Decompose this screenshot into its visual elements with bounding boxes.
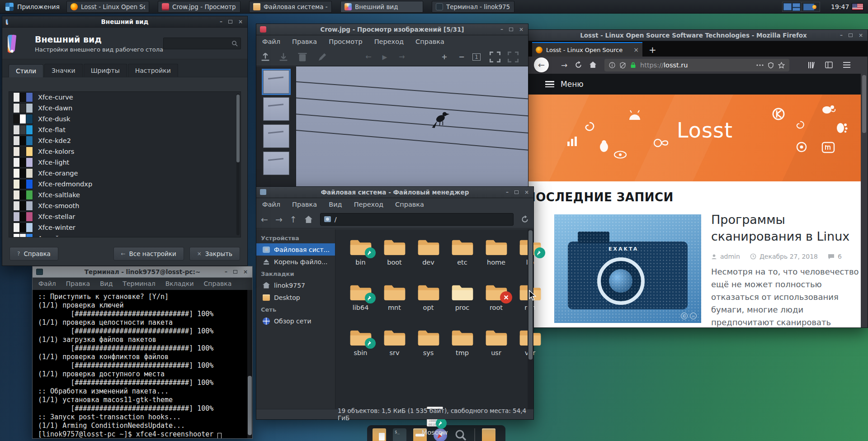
menu-item[interactable]: Вид — [100, 280, 113, 287]
file-manager-window[interactable]: Файловая система - Файловый менеджер –× … — [256, 186, 534, 420]
back-icon[interactable]: ← — [261, 214, 268, 224]
tab[interactable]: Значки — [44, 64, 83, 77]
path-bar[interactable]: / — [320, 213, 514, 226]
theme-row[interactable]: Xfce-dawn — [9, 103, 241, 114]
all-settings-button[interactable]: ←Все настройки — [113, 247, 184, 261]
dock-icon[interactable] — [482, 428, 495, 441]
theme-row[interactable]: Xfce-saltlake — [9, 190, 241, 200]
menu-item[interactable]: Файл — [38, 280, 56, 287]
sidebar-item[interactable]: Корень файло... — [256, 256, 335, 268]
keyboard-layout-flag[interactable] — [852, 3, 863, 10]
folder-item[interactable]: srv — [377, 324, 411, 370]
article-title[interactable]: Программы сканирования в Linux — [711, 211, 863, 245]
folder-item[interactable]: opt — [411, 279, 445, 324]
menu-item[interactable]: Правка — [292, 38, 317, 45]
tab[interactable]: Стили — [9, 64, 43, 77]
tracking-shield-icon[interactable] — [619, 62, 626, 69]
folder-item[interactable]: mnt — [377, 279, 411, 324]
theme-row[interactable]: Xfce-winter — [9, 222, 241, 233]
terminal-titlebar[interactable]: Терминал - linok9757@losst-pc:~ –× — [33, 266, 252, 278]
fm-scrollbar[interactable] — [528, 229, 533, 409]
dock-icon[interactable] — [393, 428, 406, 441]
help-button[interactable]: ?Справка — [9, 247, 58, 261]
workspace-pager[interactable] — [782, 2, 820, 12]
browser-tab[interactable]: Losst - Linux Open Source × — [532, 42, 642, 57]
menu-item[interactable]: Файл — [262, 38, 280, 45]
delete-image-icon[interactable] — [297, 52, 308, 62]
folder-item[interactable]: bin — [344, 234, 377, 279]
panel-clock[interactable]: 19:47 — [831, 0, 849, 14]
folder-item[interactable]: lib64 — [344, 279, 377, 324]
menu-item[interactable]: Справка — [395, 201, 424, 208]
search-input[interactable] — [163, 38, 241, 49]
theme-row[interactable]: Адвайта — [9, 233, 241, 237]
thumbnail[interactable] — [263, 97, 289, 121]
theme-row[interactable]: Xfce-flat — [9, 124, 241, 135]
dock-icon[interactable] — [454, 428, 467, 441]
folder-item[interactable]: tmp — [445, 324, 479, 370]
viewer-titlebar[interactable]: Crow.jpg - Просмотр изображений [5/31] –… — [256, 24, 528, 35]
maximize-icon[interactable] — [514, 190, 519, 194]
taskbar-button[interactable]: Файловая система - Ф... — [249, 1, 332, 13]
thumbnail[interactable] — [263, 124, 289, 148]
article-image[interactable]: EXAKTA ©= — [554, 214, 701, 323]
browser-scrollbar[interactable] — [861, 74, 868, 327]
reload-icon[interactable] — [521, 215, 529, 223]
image-viewer-window[interactable]: Crow.jpg - Просмотр изображений [5/31] –… — [256, 24, 528, 190]
url-bar[interactable]: https:// losst.ru — [604, 59, 789, 71]
menu-item[interactable]: Терминал — [123, 280, 155, 287]
tab-close-icon[interactable]: × — [633, 46, 639, 53]
menu-item[interactable]: Правка — [66, 280, 90, 287]
edit-image-icon[interactable] — [317, 52, 328, 62]
theme-row[interactable]: Xfce-curve — [9, 92, 241, 103]
sidebar-item[interactable]: Desktop — [256, 291, 335, 303]
appearance-window[interactable]: Внешний вид –× Внешний вид Настройки вне… — [2, 16, 248, 266]
minimize-icon[interactable]: – — [506, 189, 509, 195]
folder-item[interactable]: sbin — [344, 324, 377, 370]
next-image-icon[interactable]: → — [396, 52, 407, 62]
close-button[interactable]: ×Закрыть — [189, 247, 240, 261]
scrollbar-thumb[interactable] — [248, 376, 252, 435]
fit-to-window-icon[interactable] — [490, 52, 500, 62]
fm-file-area[interactable]: bin boot — [335, 229, 533, 409]
firefox-titlebar[interactable]: Losst - Linux Open Source Software Techn… — [519, 30, 868, 41]
firefox-window[interactable]: Losst - Linux Open Source Software Techn… — [519, 29, 868, 328]
folder-item[interactable]: proc — [445, 279, 479, 324]
theme-row[interactable]: Xfce-kde2 — [9, 135, 241, 146]
folder-item[interactable]: sys — [411, 324, 445, 370]
forward-button[interactable]: → — [561, 61, 567, 70]
close-icon[interactable]: × — [243, 269, 248, 275]
crow-photo[interactable] — [296, 66, 528, 190]
menu-item[interactable]: Переход — [354, 201, 383, 208]
terminal-output[interactable]: :: Приступить к установке? [Y/n](1/1) пр… — [33, 290, 252, 438]
library-icon[interactable] — [808, 62, 816, 69]
menu-item[interactable]: Просмотр — [329, 38, 362, 45]
tab[interactable]: Шрифты — [84, 64, 127, 77]
minimize-icon[interactable]: – — [225, 269, 227, 275]
workspace-1[interactable] — [783, 2, 801, 11]
forward-icon[interactable]: → — [275, 214, 283, 224]
dock-icon[interactable] — [373, 428, 386, 441]
menu-item[interactable]: Справка — [415, 38, 444, 45]
taskbar-button[interactable]: Losst - Linux Open Sour... — [66, 1, 149, 13]
minimize-icon[interactable]: – — [500, 26, 503, 33]
applications-menu-button[interactable]: Приложения — [0, 0, 65, 13]
open-image-icon[interactable] — [260, 52, 271, 62]
close-icon[interactable]: × — [859, 32, 863, 38]
maximize-icon[interactable] — [509, 28, 513, 31]
save-image-icon[interactable] — [278, 52, 289, 62]
menu-item[interactable]: Правка — [292, 201, 317, 208]
close-icon[interactable]: × — [524, 189, 529, 195]
menu-item[interactable]: Вид — [329, 201, 342, 208]
bookmark-star-icon[interactable] — [778, 62, 785, 69]
theme-list-scrollbar[interactable] — [236, 94, 240, 235]
fm-titlebar[interactable]: Файловая система - Файловый менеджер –× — [256, 187, 533, 198]
reload-icon[interactable] — [575, 61, 582, 69]
sidebar-item[interactable]: Обзор сети — [256, 315, 335, 327]
folder-item[interactable]: root — [479, 279, 513, 324]
new-tab-button[interactable]: + — [649, 45, 656, 54]
taskbar-button[interactable]: Crow.jpg - Просмотр и... — [158, 1, 241, 13]
taskbar-button[interactable]: Внешний вид — [340, 1, 423, 13]
zoom-in-icon[interactable]: + — [439, 52, 450, 62]
scrollbar-thumb[interactable] — [236, 95, 240, 162]
